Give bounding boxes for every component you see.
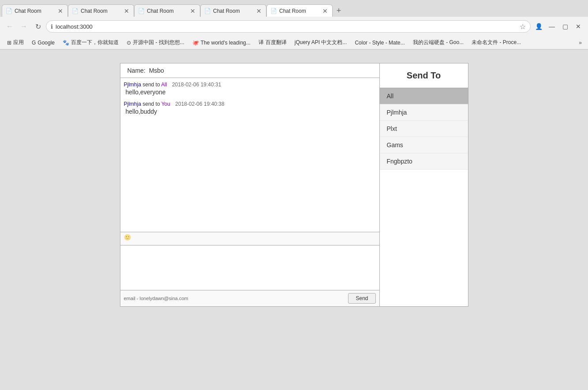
recipient-list: AllPjlmhjaPlxtGamsFngbpzto: [380, 88, 468, 170]
message-2-header: Pjlmhja send to You 2018-02-06 19:40:38: [124, 101, 376, 107]
bookmark-doc[interactable]: 未命名文件 - Proce...: [468, 38, 524, 47]
tab-1-title: Chat Room: [15, 8, 54, 14]
bookmark-jquery-label: jQuery API 中文文档...: [295, 39, 347, 46]
tab-2-close[interactable]: ✕: [123, 8, 130, 14]
send-to-header: Send To: [380, 63, 468, 88]
bookmark-fanyi[interactable]: 译 百度翻译: [255, 38, 290, 47]
address-bar: ← → ↻ ℹ ☆ 👤 — ▢ ✕: [0, 17, 588, 36]
messages-area: Pjlmhja send to All 2018-02-06 19:40:31 …: [120, 78, 379, 232]
toolbar-area: 🙂: [120, 232, 379, 245]
recipient-item-all[interactable]: All: [380, 88, 468, 104]
bookmark-star-icon[interactable]: ☆: [520, 22, 526, 31]
back-button[interactable]: ←: [4, 20, 16, 33]
tab-1-close[interactable]: ✕: [57, 8, 64, 14]
bookmark-jquery[interactable]: jQuery API 中文文档...: [291, 38, 351, 47]
recipient-item-gams[interactable]: Gams: [380, 137, 468, 153]
new-tab-button[interactable]: +: [333, 4, 345, 17]
bookmark-doc-label: 未命名文件 - Proce...: [472, 39, 521, 46]
bookmark-color-label: Color - Style - Mate...: [355, 40, 404, 46]
tab-2-icon: 📄: [72, 8, 78, 14]
tab-5-icon: 📄: [270, 8, 277, 14]
page-content: Name: Msbo Pjlmhja send to All 2018-02-0…: [0, 50, 588, 390]
fanyi-icon: 译: [258, 39, 264, 46]
baidu-icon: 🐾: [63, 40, 69, 46]
lock-icon: ℹ: [51, 23, 53, 30]
name-label: Name:: [127, 67, 146, 74]
browser-chrome: 📄 Chat Room ✕ 📄 Chat Room ✕ 📄 Chat Room …: [0, 0, 588, 50]
tab-3-title: Chat Room: [147, 8, 187, 14]
bookmark-apps[interactable]: ⊞ 应用: [4, 38, 27, 47]
tab-2-title: Chat Room: [81, 8, 120, 14]
tab-3[interactable]: 📄 Chat Room ✕: [134, 4, 200, 17]
tab-4-close[interactable]: ✕: [255, 8, 262, 14]
tab-5-title: Chat Room: [279, 8, 319, 14]
message-1-timestamp: 2018-02-06 19:40:31: [172, 82, 221, 88]
maximize-icon[interactable]: ▢: [559, 20, 571, 33]
message-2-body: hello,buddy: [124, 108, 376, 115]
message-2: Pjlmhja send to You 2018-02-06 19:40:38 …: [124, 101, 376, 115]
message-2-send-word: send to: [142, 101, 161, 107]
close-window-icon[interactable]: ✕: [572, 20, 584, 33]
bookmark-drive-label: 我的云端硬盘 - Goo...: [413, 39, 464, 46]
email-text: email - lonelydawn@sina.com: [124, 296, 188, 301]
bookmarks-more-button[interactable]: »: [576, 39, 584, 47]
bookmarks-bar: ⊞ 应用 G Google 🐾 百度一下，你就知道 ⊙ 开源中国 - 找到您想.…: [0, 36, 588, 49]
bookmark-baidu-label: 百度一下，你就知道: [71, 39, 119, 46]
tab-1[interactable]: 📄 Chat Room ✕: [2, 4, 68, 17]
tab-4[interactable]: 📄 Chat Room ✕: [200, 4, 266, 17]
input-area: [120, 245, 379, 290]
message-1-body: hello,everyone: [124, 89, 376, 96]
apps-icon: ⊞: [7, 40, 11, 46]
github-icon: 🐙: [192, 40, 199, 46]
bookmark-oschina[interactable]: ⊙ 开源中国 - 找到您想...: [123, 38, 188, 47]
message-2-timestamp: 2018-02-06 19:40:38: [175, 101, 224, 107]
recipient-item-plxt[interactable]: Plxt: [380, 121, 468, 137]
profile-icon[interactable]: 👤: [532, 20, 545, 33]
tab-4-icon: 📄: [204, 8, 210, 14]
bookmark-github-label: The world's leading...: [201, 40, 251, 46]
bookmark-fanyi-label: 百度翻译: [266, 39, 287, 46]
bookmark-baidu[interactable]: 🐾 百度一下，你就知道: [59, 38, 122, 47]
chat-container: Name: Msbo Pjlmhja send to All 2018-02-0…: [120, 63, 468, 307]
message-1-recipient: All: [161, 82, 167, 88]
bottom-bar: email - lonelydawn@sina.com Send: [120, 290, 379, 306]
tab-3-icon: 📄: [138, 8, 144, 14]
tab-5-close[interactable]: ✕: [322, 8, 329, 14]
bookmark-github[interactable]: 🐙 The world's leading...: [189, 39, 254, 47]
bookmark-google[interactable]: G Google: [28, 39, 58, 47]
name-value: Msbo: [149, 67, 164, 74]
recipient-item-pjlmhja[interactable]: Pjlmhja: [380, 104, 468, 121]
forward-button[interactable]: →: [18, 20, 30, 33]
tab-5[interactable]: 📄 Chat Room ✕: [266, 4, 333, 17]
oschina-icon: ⊙: [127, 40, 131, 46]
browser-toolbar-icons: 👤 — ▢ ✕: [532, 20, 584, 33]
recipient-item-fngbpzto[interactable]: Fngbpzto: [380, 153, 468, 170]
message-1-sender: Pjlmhja: [124, 82, 141, 88]
send-button[interactable]: Send: [348, 293, 375, 304]
bookmark-color[interactable]: Color - Style - Mate...: [351, 39, 408, 47]
url-bar[interactable]: ℹ ☆: [46, 20, 531, 33]
tab-3-close[interactable]: ✕: [189, 8, 196, 14]
message-1: Pjlmhja send to All 2018-02-06 19:40:31 …: [124, 82, 376, 96]
message-input[interactable]: [124, 247, 376, 287]
message-2-recipient: You: [161, 101, 170, 107]
minimize-icon[interactable]: —: [546, 20, 558, 33]
name-bar: Name: Msbo: [120, 63, 379, 78]
tab-1-icon: 📄: [6, 8, 12, 14]
bookmark-google-label: Google: [37, 40, 55, 46]
reload-button[interactable]: ↻: [32, 20, 44, 33]
url-input[interactable]: [56, 23, 517, 30]
chat-left-panel: Name: Msbo Pjlmhja send to All 2018-02-0…: [120, 63, 380, 306]
tab-bar: 📄 Chat Room ✕ 📄 Chat Room ✕ 📄 Chat Room …: [0, 0, 588, 17]
message-2-sender: Pjlmhja: [124, 101, 141, 107]
google-icon: G: [32, 40, 36, 46]
bookmark-oschina-label: 开源中国 - 找到您想...: [133, 39, 184, 46]
bookmark-drive[interactable]: 我的云端硬盘 - Goo...: [409, 38, 467, 47]
emoji-button[interactable]: 🙂: [124, 234, 131, 241]
message-1-header: Pjlmhja send to All 2018-02-06 19:40:31: [124, 82, 376, 88]
chat-right-panel: Send To AllPjlmhjaPlxtGamsFngbpzto: [380, 63, 468, 306]
tab-2[interactable]: 📄 Chat Room ✕: [68, 4, 134, 17]
tab-4-title: Chat Room: [213, 8, 253, 14]
bookmark-apps-label: 应用: [13, 39, 24, 46]
message-1-send-word: send to: [142, 82, 161, 88]
